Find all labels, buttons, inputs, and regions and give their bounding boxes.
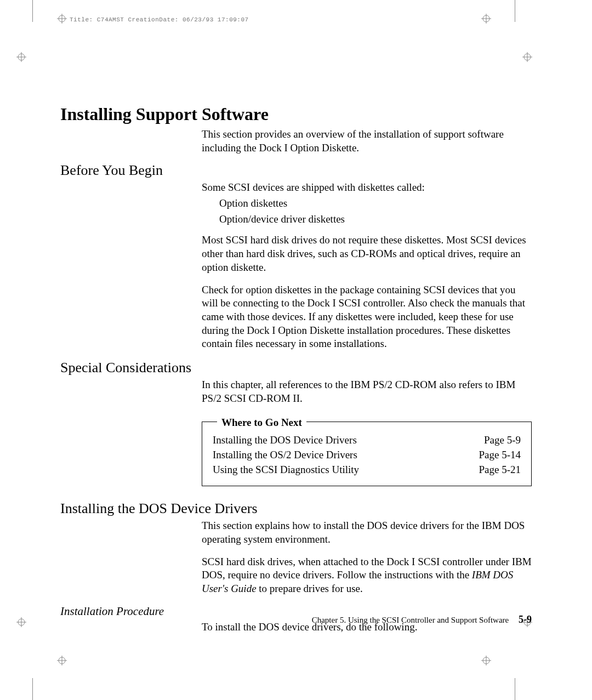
nextbox-page: Page 5-14 — [479, 448, 521, 462]
nextbox-row: Using the SCSI Diagnostics Utility Page … — [213, 463, 521, 477]
running-header: Title: C74AMST CreationDate: 06/23/93 17… — [70, 16, 249, 23]
dos-paragraph-1: This section explains how to install the… — [202, 519, 532, 546]
before-paragraph-3: Check for option diskettes in the packag… — [202, 283, 532, 351]
nextbox-label: Installing the DOS Device Drivers — [213, 434, 357, 447]
footer-chapter: Chapter 5. Using the SCSI Controller and… — [312, 616, 509, 624]
before-paragraph-2: Most SCSI hard disk drives do not requir… — [202, 234, 532, 274]
diskette-types-list: Option diskettes Option/device driver di… — [202, 197, 532, 226]
list-item: Option/device driver diskettes — [219, 213, 532, 226]
nextbox-row: Installing the DOS Device Drivers Page 5… — [213, 434, 521, 447]
list-item: Option diskettes — [219, 197, 532, 210]
nextbox-label: Installing the OS/2 Device Drivers — [213, 448, 357, 462]
nextbox-row: Installing the OS/2 Device Drivers Page … — [213, 448, 521, 462]
nextbox-label: Using the SCSI Diagnostics Utility — [213, 463, 359, 477]
page-title: Installing Support Software — [60, 104, 532, 124]
section-special-considerations: Special Considerations — [60, 360, 532, 376]
footer-page-number: 5-9 — [519, 614, 532, 625]
page-footer: Chapter 5. Using the SCSI Controller and… — [60, 614, 532, 625]
registration-mark-icon — [522, 52, 532, 62]
dos-paragraph-2: SCSI hard disk drives, when attached to … — [202, 555, 532, 596]
registration-mark-icon — [481, 14, 491, 24]
section-installing-dos-drivers: Installing the DOS Device Drivers — [60, 500, 532, 517]
registration-mark-icon — [57, 656, 67, 665]
before-paragraph-1: Some SCSI devices are shipped with diske… — [202, 181, 532, 195]
nextbox-page: Page 5-9 — [484, 434, 521, 447]
where-to-go-next-title: Where to Go Next — [217, 416, 306, 430]
registration-mark-icon — [57, 14, 67, 24]
registration-mark-icon — [16, 617, 26, 627]
intro-paragraph: This section provides an overview of the… — [202, 128, 532, 155]
nextbox-page: Page 5-21 — [479, 463, 521, 477]
special-paragraph-1: In this chapter, all references to the I… — [202, 378, 532, 405]
registration-mark-icon — [481, 656, 491, 665]
section-before-you-begin: Before You Begin — [60, 162, 532, 179]
registration-mark-icon — [16, 52, 26, 62]
where-to-go-next-box: Where to Go Next Installing the DOS Devi… — [202, 416, 532, 486]
